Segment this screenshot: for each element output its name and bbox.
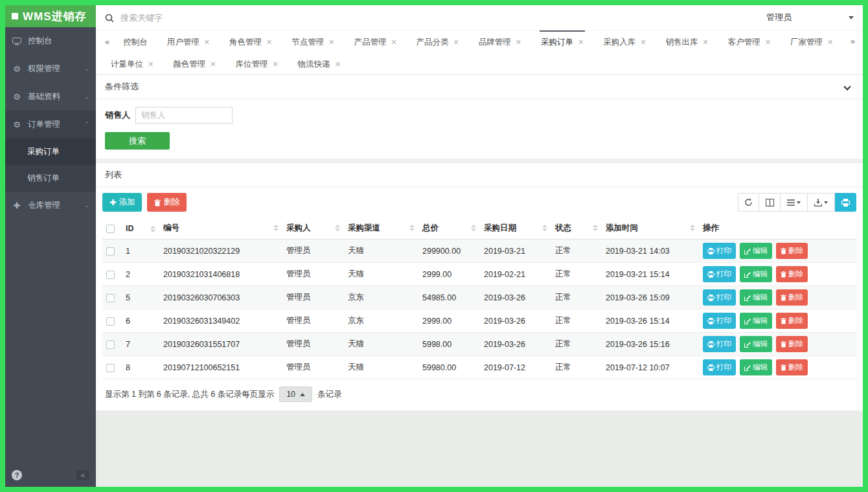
row-edit-button[interactable]: 编辑	[740, 289, 772, 306]
sidebar-item-warehouse[interactable]: ✚ 仓库管理 ⌄	[5, 192, 96, 219]
tab-close-icon[interactable]: ✕	[266, 39, 272, 46]
tab-sales-outbound[interactable]: 销售出库 ✕	[664, 30, 709, 52]
row-checkbox[interactable]	[106, 317, 115, 326]
chevron-down-icon: ⌄	[84, 94, 89, 100]
tab-close-icon[interactable]: ✕	[702, 39, 708, 46]
col-header-total[interactable]: 总价	[418, 218, 480, 240]
tab-console[interactable]: 控制台	[122, 30, 149, 52]
list-view-dropdown-button[interactable]	[781, 193, 808, 212]
cell-status: 正常	[551, 286, 602, 309]
tab-close-icon[interactable]: ✕	[827, 39, 833, 46]
sidebar-item-basic-data[interactable]: ⚙ 基础资料 ⌄	[5, 83, 96, 111]
edit-icon	[744, 271, 751, 278]
tab-manufacturer-management[interactable]: 厂家管理 ✕	[789, 30, 834, 52]
row-edit-button[interactable]: 编辑	[740, 243, 772, 259]
tab-purchase-orders[interactable]: 采购订单 ✕	[540, 30, 585, 52]
tab-logistics-express[interactable]: 物流快递 ✕	[297, 52, 342, 74]
seller-input[interactable]	[135, 107, 233, 124]
print-button[interactable]	[835, 193, 856, 212]
refresh-button[interactable]	[738, 193, 759, 212]
row-print-button[interactable]: 打印	[703, 336, 736, 352]
tabs-scroll-right-icon[interactable]: »	[847, 32, 859, 50]
tab-close-icon[interactable]: ✕	[640, 39, 646, 46]
export-dropdown-button[interactable]	[808, 193, 835, 212]
user-menu[interactable]: 管理员	[766, 12, 854, 23]
row-edit-button[interactable]: 编辑	[740, 359, 772, 375]
add-button[interactable]: ✚ 添加	[102, 193, 142, 212]
global-search-input[interactable]	[120, 13, 315, 23]
tab-unit-of-measure[interactable]: 计量单位 ✕	[109, 52, 155, 74]
tab-close-icon[interactable]: ✕	[335, 61, 341, 68]
tab-close-icon[interactable]: ✕	[210, 61, 216, 68]
row-checkbox[interactable]	[106, 294, 115, 302]
tab-product-category[interactable]: 产品分类 ✕	[415, 30, 461, 52]
row-delete-button[interactable]: 删除	[776, 313, 808, 329]
toggle-columns-button[interactable]	[759, 193, 781, 212]
tab-role-management[interactable]: 角色管理 ✕	[228, 30, 273, 52]
filter-panel-header: 条件筛选	[96, 75, 863, 99]
row-delete-button[interactable]: 删除	[776, 266, 808, 282]
row-checkbox[interactable]	[106, 364, 115, 372]
collapse-sidebar-icon[interactable]: <	[76, 470, 89, 480]
row-checkbox[interactable]	[106, 247, 115, 256]
sidebar-subitem-sales-orders[interactable]: 销售订单	[5, 165, 96, 192]
row-edit-button[interactable]: 编辑	[740, 336, 772, 352]
tab-customer-management[interactable]: 客户管理 ✕	[727, 30, 772, 52]
row-print-button[interactable]: 打印	[703, 313, 736, 329]
row-delete-button[interactable]: 删除	[776, 289, 808, 306]
tabs-scroll-left-icon[interactable]: «	[101, 33, 113, 50]
col-header-date[interactable]: 采购日期	[480, 218, 551, 240]
delete-button[interactable]: 删除	[147, 193, 187, 212]
row-delete-button[interactable]: 删除	[776, 243, 808, 259]
help-icon[interactable]: ?	[12, 470, 22, 480]
col-header-added-time[interactable]: 添加时间	[602, 218, 699, 240]
tab-label: 控制台	[123, 37, 148, 48]
tab-color-management[interactable]: 颜色管理 ✕	[172, 52, 217, 74]
pagination-summary: 显示第 1 到第 6 条记录, 总共 6 条记录每页显示	[105, 389, 274, 400]
sidebar-subitem-purchase-orders[interactable]: 采购订单	[5, 139, 96, 165]
tab-user-management[interactable]: 用户管理 ✕	[166, 30, 211, 52]
row-delete-button[interactable]: 删除	[776, 336, 808, 352]
row-checkbox[interactable]	[106, 341, 115, 349]
content-background	[96, 410, 863, 487]
tab-product-management[interactable]: 产品管理 ✕	[352, 30, 398, 52]
chevron-up-icon	[300, 393, 305, 396]
tab-node-management[interactable]: 节点管理 ✕	[290, 30, 336, 52]
tab-close-icon[interactable]: ✕	[453, 39, 459, 46]
tab-close-icon[interactable]: ✕	[391, 39, 396, 46]
tab-close-icon[interactable]: ✕	[578, 39, 584, 46]
row-print-button[interactable]: 打印	[703, 243, 736, 259]
collapse-filter-chevron-icon[interactable]	[843, 83, 851, 90]
tab-close-icon[interactable]: ✕	[765, 39, 771, 46]
row-delete-button[interactable]: 删除	[776, 359, 808, 375]
col-header-channel[interactable]: 采购渠道	[344, 218, 418, 240]
row-edit-button[interactable]: 编辑	[740, 266, 772, 282]
tab-close-icon[interactable]: ✕	[516, 39, 521, 46]
row-print-button[interactable]: 打印	[703, 266, 736, 282]
tab-close-icon[interactable]: ✕	[148, 61, 154, 68]
sidebar-item-console[interactable]: 控制台	[5, 27, 96, 55]
row-print-button[interactable]: 打印	[703, 289, 736, 306]
gears-icon: ⚙	[12, 93, 22, 101]
col-header-buyer[interactable]: 采购人	[282, 218, 344, 240]
page-size-select[interactable]: 10	[279, 386, 312, 402]
trash-icon	[781, 364, 786, 371]
row-checkbox[interactable]	[106, 271, 115, 279]
tab-close-icon[interactable]: ✕	[272, 61, 278, 68]
tab-purchase-inbound[interactable]: 采购入库 ✕	[602, 30, 647, 52]
col-header-number[interactable]: 编号	[159, 218, 282, 240]
tab-close-icon[interactable]: ✕	[204, 39, 210, 46]
tab-label: 客户管理	[728, 37, 760, 48]
sidebar-item-permissions[interactable]: ⚙ 权限管理 ⌄	[5, 55, 96, 83]
select-all-checkbox[interactable]	[106, 225, 115, 233]
row-print-button[interactable]: 打印	[703, 359, 736, 375]
plus-icon: ✚	[12, 201, 22, 210]
search-button[interactable]: 搜索	[105, 132, 170, 150]
tab-location-management[interactable]: 库位管理 ✕	[234, 52, 279, 74]
tab-close-icon[interactable]: ✕	[328, 39, 334, 46]
tab-brand-management[interactable]: 品牌管理 ✕	[477, 30, 523, 52]
row-edit-button[interactable]: 编辑	[740, 313, 772, 329]
col-header-id[interactable]: ID	[122, 218, 159, 240]
sidebar-item-order-management[interactable]: ⚙ 订单管理 ⌃	[5, 111, 96, 139]
col-header-status[interactable]: 状态	[551, 218, 602, 240]
